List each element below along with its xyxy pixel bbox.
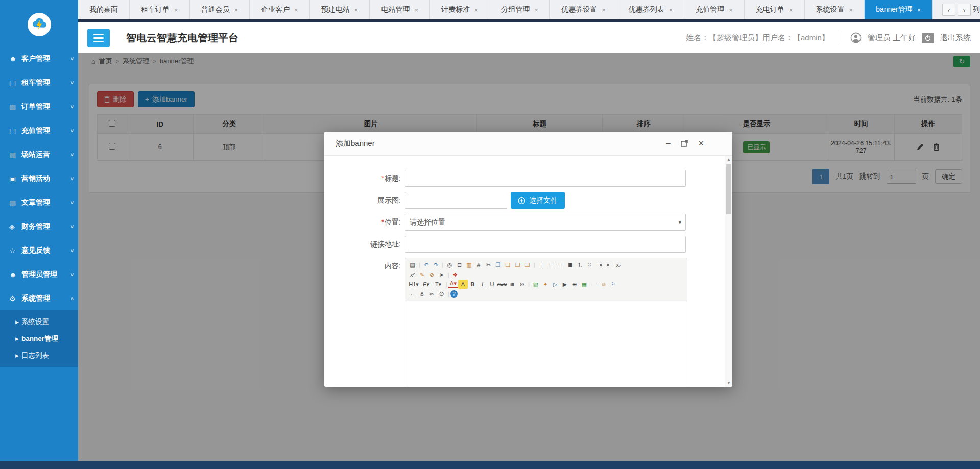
- tab-system-settings[interactable]: 系统设置 ×: [805, 0, 865, 19]
- cut-icon[interactable]: ✂: [484, 260, 493, 269]
- outdent-icon[interactable]: ⇤: [604, 260, 614, 269]
- link-icon[interactable]: ∞: [427, 289, 437, 299]
- tab-close-icon[interactable]: ×: [602, 6, 606, 14]
- tab-station-management[interactable]: 电站管理 ×: [370, 0, 430, 19]
- tab-my-desktop[interactable]: 我的桌面 ×: [78, 0, 130, 19]
- map-icon[interactable]: ⚐: [609, 280, 618, 289]
- sidebar-item-feedback[interactable]: ☆ 意见反馈 ∨: [0, 238, 78, 262]
- tab-recharge-management[interactable]: 充值管理 ×: [684, 0, 745, 19]
- about-icon[interactable]: ?: [450, 290, 458, 298]
- sidebar-item-order-mgmt[interactable]: ▥ 订单管理 ∨: [0, 94, 78, 118]
- tab-coupon-settings[interactable]: 优惠券设置 ×: [550, 0, 617, 19]
- tab-group-management[interactable]: 分组管理 ×: [490, 0, 551, 19]
- bold-icon[interactable]: B: [468, 280, 477, 289]
- paste-word-icon[interactable]: ❏: [522, 260, 532, 269]
- tab-banner-management[interactable]: banner管理 ×: [865, 0, 933, 19]
- undo-icon[interactable]: ↶: [421, 260, 431, 269]
- text-color-icon[interactable]: A▾: [448, 281, 458, 288]
- tab-coupon-list[interactable]: 优惠券列表 ×: [617, 0, 685, 19]
- heading-dropdown[interactable]: H1▾: [408, 280, 420, 289]
- tab-close-icon[interactable]: ×: [917, 6, 921, 14]
- unlink-icon[interactable]: ∅: [437, 289, 446, 299]
- paste-icon[interactable]: ❏: [503, 260, 513, 269]
- tab-close-icon[interactable]: ×: [535, 6, 539, 14]
- hamburger-menu-button[interactable]: [87, 29, 110, 47]
- underline-icon[interactable]: U: [487, 280, 497, 289]
- tabs-next-button[interactable]: ›: [958, 4, 971, 16]
- sidebar-item-admin-mgmt[interactable]: ☻ 管理员管理 ∨: [0, 262, 78, 286]
- copy-icon[interactable]: ❐: [493, 260, 503, 269]
- redo-icon[interactable]: ↷: [431, 260, 441, 269]
- tab-close-icon[interactable]: ×: [789, 6, 793, 14]
- sidebar-item-station-ops[interactable]: ▦ 场站运营 ∨: [0, 142, 78, 166]
- flash-icon[interactable]: ✦: [541, 280, 551, 289]
- image-path-input[interactable]: [405, 192, 507, 209]
- scroll-down-icon[interactable]: ▼: [725, 381, 732, 385]
- choose-file-button[interactable]: 选择文件: [511, 192, 565, 209]
- source-icon[interactable]: ▤: [408, 260, 417, 269]
- insert-table-icon[interactable]: ▦: [580, 280, 589, 289]
- format-painter-icon[interactable]: ✎: [417, 270, 427, 279]
- font-size-dropdown[interactable]: T▾: [432, 280, 444, 289]
- tab-billing-standards[interactable]: 计费标准 ×: [430, 0, 490, 19]
- paste-text-icon[interactable]: ❏: [513, 260, 522, 269]
- unordered-list-icon[interactable]: ∷: [585, 260, 594, 269]
- tab-car-rental-orders[interactable]: 租车订单 ×: [130, 0, 190, 19]
- maximize-icon[interactable]: [681, 140, 688, 147]
- font-family-dropdown[interactable]: F▾: [420, 280, 432, 289]
- line-height-icon[interactable]: ≋: [508, 280, 517, 289]
- tab-regular-members[interactable]: 普通会员 ×: [190, 0, 250, 19]
- tab-close-icon[interactable]: ×: [174, 6, 178, 14]
- tab-close-icon[interactable]: ×: [354, 6, 358, 14]
- tab-prebuilt-stations[interactable]: 预建电站 ×: [310, 0, 370, 19]
- scrollbar-thumb[interactable]: [726, 164, 731, 214]
- tab-close-icon[interactable]: ×: [474, 6, 479, 14]
- remove-format-icon[interactable]: ⊘: [517, 280, 527, 289]
- anchor-icon[interactable]: ⚓: [417, 289, 427, 299]
- highlight-color-icon[interactable]: A: [458, 280, 468, 289]
- sidebar-item-recharge-mgmt[interactable]: ▤ 充值管理 ∨: [0, 118, 78, 142]
- sidebar-item-customer-mgmt[interactable]: ☻ 客户管理 ∨: [0, 46, 78, 70]
- tab-close-icon[interactable]: ×: [849, 6, 853, 14]
- link-url-input[interactable]: [405, 236, 686, 253]
- media-icon[interactable]: ▷: [551, 280, 560, 289]
- clear-format-icon[interactable]: ⊘: [427, 270, 437, 279]
- sidebar-item-finance-mgmt[interactable]: ◈ 财务管理 ∨: [0, 214, 78, 238]
- logout-button[interactable]: 退出系统: [940, 33, 971, 43]
- align-justify-icon[interactable]: ≣: [565, 260, 575, 269]
- submenu-system-settings[interactable]: ▶ 系统设置: [0, 313, 78, 330]
- ordered-list-icon[interactable]: ⒈: [575, 260, 585, 269]
- sidebar-item-system-mgmt[interactable]: ⚙ 系统管理 ∧: [0, 286, 78, 310]
- tab-close-icon[interactable]: ×: [234, 6, 238, 14]
- horizontal-rule-icon[interactable]: ―: [589, 280, 599, 289]
- movie-icon[interactable]: ▶: [560, 280, 570, 289]
- close-icon[interactable]: ×: [698, 139, 704, 148]
- sidebar-item-article-mgmt[interactable]: ▥ 文章管理 ∨: [0, 190, 78, 214]
- emoticons-icon[interactable]: ☺: [599, 280, 609, 289]
- align-right-icon[interactable]: ≡: [556, 260, 565, 269]
- italic-icon[interactable]: I: [477, 280, 487, 289]
- align-center-icon[interactable]: ≡: [546, 260, 556, 269]
- tab-close-icon[interactable]: ×: [729, 6, 733, 14]
- print-icon[interactable]: ⊟: [455, 260, 464, 269]
- editor-content-area[interactable]: [405, 301, 687, 387]
- minimize-icon[interactable]: −: [665, 139, 671, 148]
- page-break-icon[interactable]: ⌐: [408, 289, 417, 299]
- insert-image-icon[interactable]: ▧: [531, 280, 541, 289]
- align-left-icon[interactable]: ≡: [536, 260, 546, 269]
- preview-icon[interactable]: ◎: [445, 260, 455, 269]
- tab-close-icon[interactable]: ×: [669, 6, 673, 14]
- banner-title-input[interactable]: [405, 170, 686, 187]
- tab-close-icon[interactable]: ×: [294, 6, 298, 14]
- submenu-banner-mgmt[interactable]: ▶ banner管理: [0, 330, 78, 347]
- subscript-icon[interactable]: x₂: [614, 260, 624, 269]
- indent-icon[interactable]: ⇥: [594, 260, 604, 269]
- quick-format-icon[interactable]: ❖: [450, 270, 460, 279]
- tab-enterprise-customers[interactable]: 企业客户 ×: [250, 0, 310, 19]
- scroll-up-icon[interactable]: ▲: [725, 157, 732, 162]
- position-select[interactable]: 请选择位置 ▾: [405, 214, 686, 231]
- modal-scrollbar[interactable]: ▲ ▼: [725, 156, 732, 387]
- superscript-icon[interactable]: x²: [408, 270, 417, 279]
- power-button[interactable]: [922, 33, 934, 43]
- sidebar-item-rental-mgmt[interactable]: ▤ 租车管理 ∨: [0, 70, 78, 94]
